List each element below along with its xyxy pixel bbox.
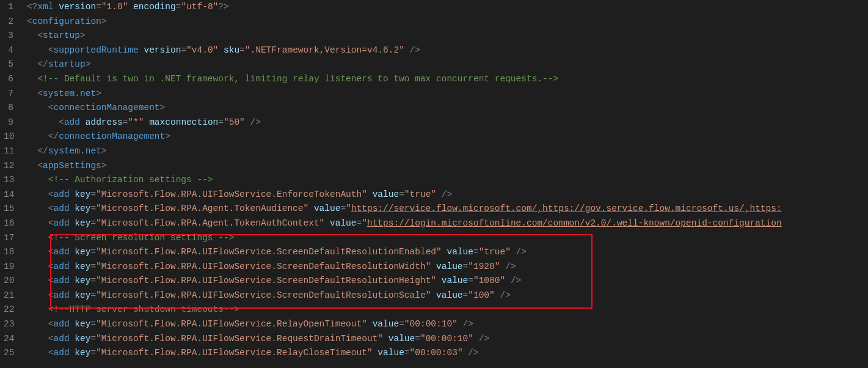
code-line[interactable]: <add key="Microsoft.Flow.RPA.UIFlowServi…	[27, 317, 868, 332]
line-number: 21	[4, 289, 13, 303]
line-number: 23	[4, 317, 13, 332]
code-line[interactable]: <!--HTTP server shutdown timeouts-->	[27, 303, 868, 317]
line-number: 5	[4, 57, 13, 72]
line-number: 7	[4, 87, 13, 101]
code-line[interactable]: <add key="Microsoft.Flow.RPA.UIFlowServi…	[27, 346, 868, 361]
key-relayopen: Microsoft.Flow.RPA.UIFlowService.RelayOp…	[101, 319, 362, 329]
tag-connectionmanagement: connectionManagement	[54, 103, 160, 112]
line-number: 14	[4, 188, 13, 202]
key-tokenaudience: Microsoft.Flow.RPA.Agent.TokenAudience	[101, 204, 304, 213]
code-line[interactable]: <add key="Microsoft.Flow.RPA.UIFlowServi…	[27, 188, 868, 202]
key-enforcetokenauth: Microsoft.Flow.RPA.UIFlowService.Enforce…	[101, 190, 362, 199]
tag-appsettings: appSettings	[43, 161, 101, 171]
xml-encoding: utf-8	[186, 2, 213, 12]
tag-configuration: configuration	[32, 17, 101, 26]
key-res-enabled: Microsoft.Flow.RPA.UIFlowService.ScreenD…	[101, 247, 436, 257]
comment-screen: !-- Screen resolution settings --	[54, 233, 229, 243]
line-number: 17	[4, 231, 13, 246]
line-number: 16	[4, 216, 13, 231]
code-line[interactable]: <startup>	[27, 29, 868, 43]
line-number: 10	[4, 130, 13, 144]
code-line[interactable]: <add key="Microsoft.Flow.RPA.Agent.Token…	[27, 216, 868, 231]
line-number: 18	[4, 245, 13, 260]
code-line[interactable]: <add address="*" maxconnection="50" />	[27, 116, 868, 130]
code-area[interactable]: <?xml version="1.0" encoding="utf-8"?> <…	[22, 0, 868, 361]
line-number: 20	[4, 274, 13, 289]
xml-version: 1.0	[107, 2, 123, 12]
code-line[interactable]: </startup>	[27, 57, 868, 72]
code-line[interactable]: <add key="Microsoft.Flow.RPA.UIFlowServi…	[27, 245, 868, 260]
key-res-height: Microsoft.Flow.RPA.UIFlowService.ScreenD…	[101, 276, 431, 285]
tag-systemnet: system.net	[43, 89, 96, 98]
code-line[interactable]: <add key="Microsoft.Flow.RPA.Agent.Token…	[27, 202, 868, 216]
code-line[interactable]: <add key="Microsoft.Flow.RPA.UIFlowServi…	[27, 260, 868, 274]
code-line[interactable]: <add key="Microsoft.Flow.RPA.UIFlowServi…	[27, 332, 868, 347]
code-line[interactable]: <add key="Microsoft.Flow.RPA.UIFlowServi…	[27, 274, 868, 289]
code-line[interactable]: <configuration>	[27, 15, 868, 29]
code-line[interactable]: <appSettings>	[27, 159, 868, 174]
code-line[interactable]: </system.net>	[27, 144, 868, 159]
code-line[interactable]: <!-- Screen resolution settings -->	[27, 231, 868, 246]
code-line[interactable]: <add key="Microsoft.Flow.RPA.UIFlowServi…	[27, 289, 868, 303]
code-line[interactable]: <supportedRuntime version="v4.0" sku=".N…	[27, 43, 868, 58]
line-number: 1	[4, 0, 13, 15]
line-number: 19	[4, 260, 13, 274]
line-number: 25	[4, 346, 13, 361]
code-line[interactable]: <connectionManagement>	[27, 101, 868, 116]
comment-auth: !-- Authorization settings --	[54, 175, 208, 185]
line-number: 8	[4, 101, 13, 116]
line-number-gutter: 1 2 3 4 5 6 7 8 9 10 11 12 13 14 15 16 1…	[0, 0, 22, 361]
key-tokenauthcontext: Microsoft.Flow.RPA.Agent.TokenAuthContex…	[101, 218, 319, 228]
key-requestdrain: Microsoft.Flow.RPA.UIFlowService.Request…	[101, 334, 377, 344]
tag-startup: startup	[43, 31, 80, 40]
comment-net: !-- Default is two in .NET framework, li…	[43, 74, 553, 84]
line-number: 3	[4, 29, 13, 43]
key-relayclose: Microsoft.Flow.RPA.UIFlowService.RelayCl…	[101, 348, 367, 358]
line-number: 22	[4, 303, 13, 317]
code-line[interactable]: <system.net>	[27, 87, 868, 101]
line-number: 11	[4, 144, 13, 159]
key-res-width: Microsoft.Flow.RPA.UIFlowService.ScreenD…	[101, 262, 426, 271]
line-number: 24	[4, 332, 13, 347]
line-number: 2	[4, 15, 13, 29]
key-res-scale: Microsoft.Flow.RPA.UIFlowService.ScreenD…	[101, 290, 426, 300]
code-line[interactable]: <?xml version="1.0" encoding="utf-8"?>	[27, 0, 868, 15]
code-editor[interactable]: 1 2 3 4 5 6 7 8 9 10 11 12 13 14 15 16 1…	[0, 0, 868, 361]
code-line[interactable]: <!-- Default is two in .NET framework, l…	[27, 72, 868, 87]
tag-supportedruntime: supportedRuntime	[54, 45, 139, 55]
line-number: 6	[4, 72, 13, 87]
line-number: 4	[4, 43, 13, 58]
line-number: 12	[4, 159, 13, 174]
comment-http: !--HTTP server shutdown timeouts--	[54, 304, 235, 314]
code-line[interactable]: </connectionManagement>	[27, 130, 868, 144]
line-number: 13	[4, 173, 13, 188]
code-line[interactable]: <!-- Authorization settings -->	[27, 173, 868, 188]
line-number: 9	[4, 116, 13, 130]
line-number: 15	[4, 202, 13, 216]
